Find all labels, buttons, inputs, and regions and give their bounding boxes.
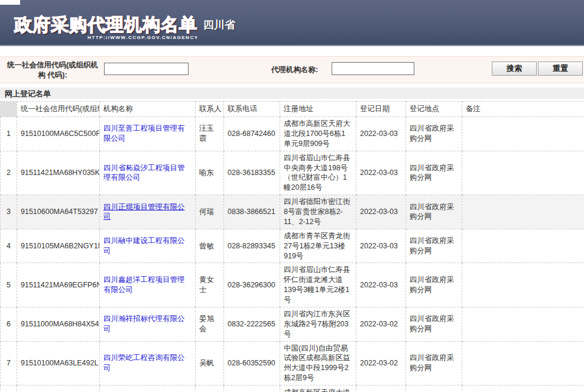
org-name-link[interactable]: 四川鑫超洋工程项目管理有限公司: [103, 276, 185, 294]
credit-code-input[interactable]: [104, 63, 189, 75]
cell-name: 四川荣屹工程咨询有限公司: [100, 341, 196, 385]
org-name-link[interactable]: 四川荣屹工程咨询有限公司: [103, 354, 185, 372]
cell-remark: [462, 117, 584, 151]
cell-phone: 028-68742460: [224, 117, 280, 151]
cell-name: 四川正焜项目管理有限公司: [100, 195, 196, 229]
agency-name-input[interactable]: [332, 62, 414, 75]
column-header: 机构名称: [100, 102, 196, 117]
cell-phone: 0838-3866521: [224, 195, 280, 229]
org-name-link[interactable]: 四川至善工程项目管理有限公司: [103, 124, 185, 142]
table-row: 391510600MA64T53297四川正焜项目管理有限公司何瑞0838-38…: [1, 195, 584, 229]
org-name-link[interactable]: 四川融中建设工程有限公司: [103, 237, 185, 255]
cell-code: 91510600MA64T53297: [17, 195, 100, 229]
cell-contact: 黄女士: [196, 263, 224, 307]
cell-location: 四川省政府采购分网: [406, 263, 462, 307]
cell-num: 5: [1, 263, 17, 307]
table-row: 291511421MA68HY035K四川省柘焱汐工程项目管理有限公司喻东028…: [1, 151, 584, 195]
cell-num: 3: [1, 195, 17, 229]
cell-num: 8: [1, 385, 17, 392]
cell-date: 2022-03-02: [356, 307, 406, 341]
table-row: 491510105MA6B2NGY1N四川融中建设工程有限公司曾敏028-828…: [1, 229, 584, 263]
cell-num: 4: [1, 229, 17, 263]
cell-date: 2022-03-02: [356, 341, 406, 385]
cell-code: 91510100MA63LE492L: [17, 341, 100, 385]
cell-code: 91511000MA68H84X54: [17, 307, 100, 341]
cell-address: 四川省内江市东兴区东城路2号7栋附203号: [280, 307, 356, 341]
cell-code: 91510100MA62PXDY7X: [17, 385, 100, 392]
cell-phone: 028-82893345: [224, 229, 280, 263]
page-banner: 政府采购代理机构名单四川省 HTTP://WWW.CCGP.GOV.CN/AGE…: [0, 0, 584, 46]
cell-address: 中国(四川)自由贸易试验区成都高新区益州大道中段1999号2栋2层9号: [280, 341, 356, 385]
province-label: 四川省: [203, 19, 235, 31]
cell-remark: [462, 195, 584, 229]
table-header-row: 统一社会信用代码(或组织机构名称联系人联系电话注册地址登记日期登记地点备注: [1, 102, 584, 117]
cell-name: 四川省柘焱汐工程项目管理有限公司: [100, 151, 196, 195]
cell-contact: 何瑞: [196, 195, 224, 229]
cell-location: 四川省政府采购分网: [406, 151, 462, 195]
cell-address: 成都市高新区天府大道北段1700号6栋1单元9层909号: [280, 117, 356, 151]
site-url-text: HTTP://WWW.CCGP.GOV.CN/AGENCY: [87, 35, 199, 40]
cell-address: 四川省眉山市仁寿县怀仁街道龙滩大道139号3幢1单元2楼1号: [280, 263, 356, 307]
cell-name: 四川至善工程项目管理有限公司: [100, 117, 196, 151]
column-header: 联系电话: [224, 102, 280, 117]
cell-num: 6: [1, 307, 17, 341]
table-row: 591511421MA69EGFP6N四川鑫超洋工程项目管理有限公司黄女士028…: [1, 263, 584, 307]
column-header: [1, 102, 17, 117]
cell-remark: [462, 385, 584, 392]
table-row: 191510100MA6C5C500F四川至善工程项目管理有限公司汪玉霞028-…: [1, 117, 584, 151]
cell-remark: [462, 229, 584, 263]
cell-date: 2022-03-03: [356, 263, 406, 307]
cell-phone: 028-36296300: [224, 263, 280, 307]
cell-location: 四川省政府采购分网: [406, 195, 462, 229]
cell-date: 2022-03-02: [356, 385, 406, 392]
cell-phone: 028-84212195: [224, 385, 280, 392]
table-row: 791510100MA63LE492L四川荣屹工程咨询有限公司吴帆028-603…: [1, 341, 584, 385]
column-header: 登记地点: [406, 102, 462, 117]
cell-name: 四川融中建设工程有限公司: [100, 229, 196, 263]
corner-notch: [0, 0, 20, 5]
cell-num: 2: [1, 151, 17, 195]
cell-date: 2022-03-03: [356, 117, 406, 151]
cell-date: 2022-03-03: [356, 195, 406, 229]
cell-name: 四川鑫超洋工程项目管理有限公司: [100, 263, 196, 307]
org-name-link[interactable]: 四川省柘焱汐工程项目管理有限公司: [103, 164, 185, 182]
org-name-link[interactable]: 四川正焜项目管理有限公司: [103, 203, 185, 221]
cell-contact: 喻东: [196, 151, 224, 195]
table-row: 691511000MA68H84X54四川瀚祥招标代理有限公司晏旭会0832-2…: [1, 307, 584, 341]
cell-contact: 曾敏: [196, 229, 224, 263]
org-name-link[interactable]: 四川瀚祥招标代理有限公司: [103, 315, 185, 333]
cell-address: 四川省德阳市密江街8号富贵世家8栋2-11、2-12号: [280, 195, 356, 229]
cell-contact: 晏旭会: [196, 307, 224, 341]
cell-code: 91511421MA68HY035K: [17, 151, 100, 195]
cell-num: 1: [1, 117, 17, 151]
cell-remark: [462, 151, 584, 195]
cell-code: 91510105MA6B2NGY1N: [17, 229, 100, 263]
cell-phone: 028-60352590: [224, 341, 280, 385]
cell-name: 四川中大恒基建设工程有限公司: [100, 385, 196, 392]
search-button[interactable]: 搜索: [492, 61, 537, 76]
agency-name-label: 代理机构名称:: [271, 65, 318, 75]
cell-location: 四川省政府采购分网: [406, 385, 462, 392]
cell-remark: [462, 307, 584, 341]
cell-contact: 吴帆: [196, 385, 224, 392]
cell-contact: 汪玉霞: [196, 117, 224, 151]
cell-address: 成都高新区天府大道北段1700号9栋1单元17层1707号: [280, 385, 356, 392]
cell-remark: [462, 341, 584, 385]
site-logo-title: 政府采购代理机构名单: [14, 15, 197, 34]
cell-code: 91511421MA69EGFP6N: [17, 263, 100, 307]
cell-location: 四川省政府采购分网: [406, 307, 462, 341]
reset-button[interactable]: 重置: [538, 61, 583, 76]
cell-location: 四川省政府采购分网: [406, 229, 462, 263]
column-header: 登记日期: [356, 102, 406, 117]
cell-address: 成都市青羊区青龙街27号1栋2单元13楼919号: [280, 229, 356, 263]
table-row: 891510100MA62PXDY7X四川中大恒基建设工程有限公司吴帆028-8…: [1, 385, 584, 392]
cell-contact: 吴帆: [196, 341, 224, 385]
cell-remark: [462, 263, 584, 307]
search-panel: 统一社会信用代码(或组织机构 代码): 代理机构名称: 搜索 重置: [0, 56, 584, 83]
cell-location: 四川省政府采购分网: [406, 117, 462, 151]
cell-phone: 0832-2222565: [224, 307, 280, 341]
column-header: 统一社会信用代码(或组织: [17, 102, 100, 117]
cell-phone: 028-36183355: [224, 151, 280, 195]
cell-date: 2022-03-03: [356, 229, 406, 263]
cell-location: 四川省政府采购分网: [406, 341, 462, 385]
